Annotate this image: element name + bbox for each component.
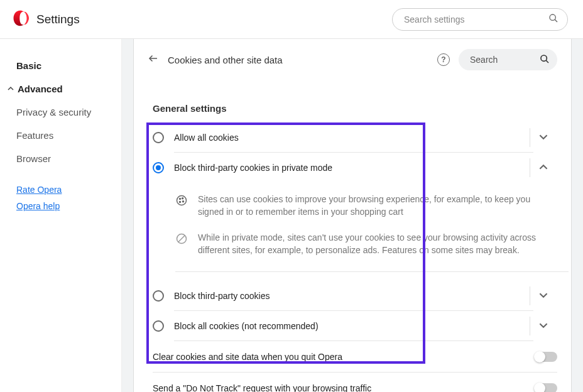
sidebar-item-features[interactable]: Features: [0, 124, 121, 147]
sidebar-item-basic[interactable]: Basic: [0, 54, 121, 77]
page-title: Cookies and other site data: [168, 55, 428, 65]
chevron-down-icon[interactable]: [539, 291, 548, 302]
svg-point-0: [550, 14, 555, 20]
radio-icon-selected: [153, 162, 164, 173]
toggle-do-not-track: Send a "Do Not Track" request with your …: [134, 373, 571, 392]
option-label: Block all cookies (not recommended): [174, 321, 530, 331]
chevron-up-icon[interactable]: [539, 163, 548, 173]
svg-line-1: [555, 19, 557, 22]
option-label: Block third-party cookies in private mod…: [174, 163, 530, 173]
svg-point-5: [177, 196, 187, 205]
global-search-input[interactable]: [404, 14, 542, 24]
cookie-icon: [175, 194, 188, 207]
option-block-third-private[interactable]: Block third-party cookies in private mod…: [134, 153, 571, 183]
local-search[interactable]: [459, 49, 557, 70]
svg-point-9: [180, 202, 181, 203]
app-title: Settings: [36, 13, 80, 26]
global-search[interactable]: [392, 8, 568, 31]
detail-text: Sites can use cookies to improve your br…: [198, 193, 557, 219]
toggle-switch[interactable]: [535, 383, 557, 392]
search-icon: [540, 54, 550, 66]
option-block-all[interactable]: Block all cookies (not recommended): [134, 311, 571, 341]
sidebar-item-advanced[interactable]: Advanced: [0, 77, 121, 101]
option-details: Sites can use cookies to improve your br…: [134, 183, 571, 281]
sidebar-item-browser[interactable]: Browser: [0, 147, 121, 170]
svg-point-7: [182, 198, 183, 199]
detail-text: While in private mode, sites can't use y…: [198, 231, 557, 257]
sidebar-link-help[interactable]: Opera help: [0, 198, 121, 214]
search-icon: [548, 13, 558, 25]
caret-up-icon: [6, 85, 15, 93]
chevron-down-icon[interactable]: [539, 133, 548, 143]
local-search-input[interactable]: [470, 55, 540, 65]
radio-icon: [153, 320, 164, 332]
block-icon: [175, 232, 188, 245]
section-label: General settings: [134, 75, 571, 114]
option-label: Block third-party cookies: [174, 291, 530, 301]
advanced-label: Advanced: [18, 84, 63, 94]
sidebar: Basic Advanced Privacy & security Featur…: [0, 39, 122, 392]
opera-logo-icon: [11, 9, 29, 29]
radio-icon: [153, 290, 164, 302]
svg-point-3: [541, 55, 547, 61]
toggle-label: Clear cookies and site data when you qui…: [153, 352, 535, 362]
sidebar-item-privacy[interactable]: Privacy & security: [0, 101, 121, 124]
toggle-switch[interactable]: [535, 352, 557, 362]
option-block-third[interactable]: Block third-party cookies: [134, 281, 571, 311]
svg-point-8: [183, 201, 184, 202]
option-label: Allow all cookies: [174, 133, 530, 143]
sidebar-link-rate[interactable]: Rate Opera: [0, 182, 121, 198]
toggle-label: Send a "Do Not Track" request with your …: [153, 383, 535, 392]
chevron-down-icon[interactable]: [539, 321, 548, 332]
help-icon[interactable]: ?: [437, 53, 450, 66]
svg-line-4: [546, 60, 548, 63]
radio-icon: [153, 132, 164, 143]
back-button[interactable]: [148, 53, 159, 67]
toggle-clear-on-quit: Clear cookies and site data when you qui…: [134, 341, 571, 373]
svg-point-6: [180, 199, 181, 200]
svg-line-11: [178, 236, 185, 242]
option-allow-all[interactable]: Allow all cookies: [134, 122, 571, 153]
